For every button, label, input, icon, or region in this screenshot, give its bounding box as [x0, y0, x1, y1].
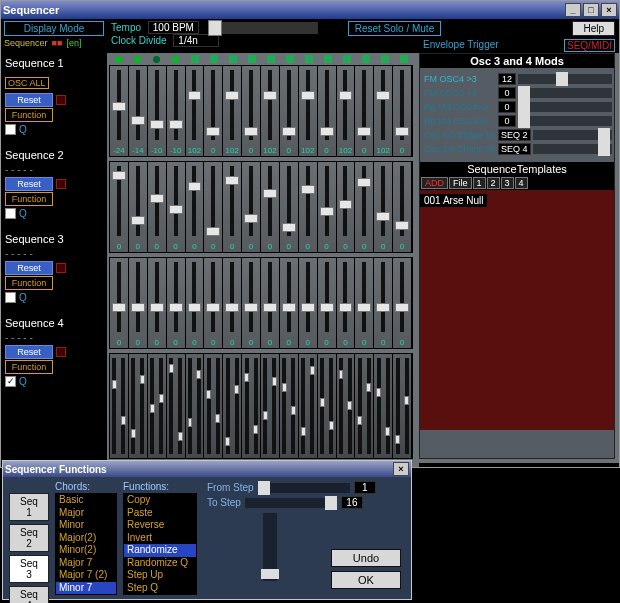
popup-tab-seq4[interactable]: Seq 4 [9, 586, 49, 603]
step-fader[interactable]: -10 [167, 66, 186, 156]
mute-14[interactable] [362, 55, 370, 63]
mod-source[interactable]: SEQ 4 [498, 143, 531, 155]
mod-value[interactable]: 0 [498, 87, 516, 99]
template-file-button[interactable]: File [449, 177, 472, 189]
seq3-reset-button[interactable]: Reset [5, 261, 53, 275]
list-item[interactable]: Paste [124, 507, 196, 520]
mute-15[interactable] [381, 55, 389, 63]
seq4-function-button[interactable]: Function [5, 360, 53, 374]
mod-value[interactable]: 0 [498, 115, 516, 127]
popup-close-button[interactable]: × [393, 462, 409, 476]
step-fader-pair[interactable] [129, 354, 148, 458]
mod-slider[interactable] [518, 74, 612, 84]
step-fader[interactable]: 0 [393, 258, 412, 348]
list-item[interactable]: Randomize [124, 544, 196, 557]
step-fader[interactable]: 0 [393, 162, 412, 252]
seq4-reset-button[interactable]: Reset [5, 345, 53, 359]
step-fader-pair[interactable] [110, 354, 129, 458]
seq2-q-checkbox[interactable] [5, 208, 16, 219]
step-fader[interactable]: -10 [148, 66, 167, 156]
step-fader[interactable]: 0 [129, 258, 148, 348]
mute-5[interactable] [191, 55, 199, 63]
list-item[interactable]: Major [56, 507, 116, 520]
mute-7[interactable] [229, 55, 237, 63]
step-fader[interactable]: 0 [318, 258, 337, 348]
display-mode-button[interactable]: Display Mode [4, 21, 104, 36]
step-fader[interactable]: 0 [299, 162, 318, 252]
seq1-reset-button[interactable]: Reset [5, 93, 53, 107]
step-fader[interactable]: 0 [280, 66, 299, 156]
functions-list[interactable]: CopyPasteReverseInvertRandomizeRandomize… [123, 493, 197, 595]
mute-11[interactable] [305, 55, 313, 63]
ok-button[interactable]: OK [331, 571, 401, 589]
step-fader[interactable]: 0 [355, 66, 374, 156]
titlebar[interactable]: Sequencer _ □ × [1, 1, 619, 19]
list-item[interactable]: Randomize Q [124, 557, 196, 570]
step-fader[interactable]: 102 [186, 66, 205, 156]
popup-tab-seq2[interactable]: Seq 2 [9, 524, 49, 552]
list-item[interactable]: Major 7 (2) [56, 569, 116, 582]
mod-slider[interactable] [518, 88, 612, 98]
list-item[interactable]: Step Up [124, 569, 196, 582]
mute-12[interactable] [324, 55, 332, 63]
step-fader[interactable]: 0 [148, 258, 167, 348]
template-preset-4[interactable]: 4 [515, 177, 528, 189]
mute-9[interactable] [267, 55, 275, 63]
sequence-2-target[interactable]: - - - - - [5, 164, 103, 175]
step-fader[interactable]: 0 [148, 162, 167, 252]
step-fader-pair[interactable] [355, 354, 374, 458]
template-list[interactable]: 001 Arse Null [420, 190, 614, 430]
reset-solo-mute-button[interactable]: Reset Solo / Mute [348, 21, 441, 36]
step-fader-pair[interactable] [318, 354, 337, 458]
step-fader[interactable]: 0 [355, 162, 374, 252]
sequence-3-target[interactable]: - - - - - [5, 248, 103, 259]
step-fader[interactable]: 0 [110, 258, 129, 348]
to-step-slider[interactable] [245, 498, 337, 508]
template-preset-3[interactable]: 3 [501, 177, 514, 189]
seq2-reset-button[interactable]: Reset [5, 177, 53, 191]
step-fader-pair[interactable] [261, 354, 280, 458]
step-fader[interactable]: 0 [167, 162, 186, 252]
step-fader[interactable]: 0 [393, 66, 412, 156]
step-fader[interactable]: -24 [110, 66, 129, 156]
step-fader[interactable]: 0 [355, 258, 374, 348]
undo-button[interactable]: Undo [331, 549, 401, 567]
mute-8[interactable] [248, 55, 256, 63]
step-fader[interactable]: 0 [337, 258, 356, 348]
help-button[interactable]: Help [572, 21, 615, 36]
mod-value[interactable]: 12 [498, 73, 516, 85]
step-fader-pair[interactable] [223, 354, 242, 458]
step-fader-pair[interactable] [204, 354, 223, 458]
step-fader-pair[interactable] [167, 354, 186, 458]
step-fader-pair[interactable] [280, 354, 299, 458]
mod-value[interactable]: 0 [498, 101, 516, 113]
step-fader[interactable]: 0 [242, 258, 261, 348]
step-fader[interactable]: 0 [186, 258, 205, 348]
step-fader[interactable]: 102 [261, 66, 280, 156]
step-fader[interactable]: 0 [280, 162, 299, 252]
mod-slider[interactable] [533, 130, 612, 140]
mod-source[interactable]: SEQ 2 [498, 129, 531, 141]
step-fader-pair[interactable] [337, 354, 356, 458]
step-fader[interactable]: 0 [299, 258, 318, 348]
step-fader[interactable]: 0 [261, 162, 280, 252]
list-item[interactable]: Step Q [124, 582, 196, 595]
step-fader[interactable]: 0 [242, 66, 261, 156]
from-step-slider[interactable] [258, 483, 350, 493]
step-fader-pair[interactable] [299, 354, 318, 458]
minimize-button[interactable]: _ [565, 3, 581, 17]
seq3-function-button[interactable]: Function [5, 276, 53, 290]
list-item[interactable]: Major 7 [56, 557, 116, 570]
mute-10[interactable] [286, 55, 294, 63]
step-fader[interactable]: 0 [318, 66, 337, 156]
seq1-function-button[interactable]: Function [5, 108, 53, 122]
list-item[interactable]: Invert [124, 532, 196, 545]
step-fader[interactable]: 0 [167, 258, 186, 348]
maximize-button[interactable]: □ [583, 3, 599, 17]
list-item[interactable]: Reverse [124, 519, 196, 532]
list-item[interactable]: Major(2) [56, 532, 116, 545]
step-fader-pair[interactable] [242, 354, 261, 458]
popup-titlebar[interactable]: Sequencer Functions × [3, 461, 411, 477]
template-list-item[interactable]: 001 Arse Null [420, 194, 487, 207]
amount-fader[interactable] [263, 513, 277, 581]
